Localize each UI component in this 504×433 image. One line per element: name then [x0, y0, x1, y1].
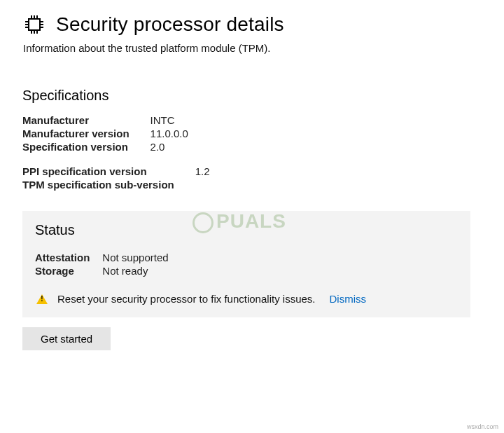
table-row: Attestation Not supported [35, 251, 169, 264]
status-table: Attestation Not supported Storage Not re… [35, 251, 169, 277]
spec-value [195, 178, 210, 191]
status-label: Attestation [35, 251, 102, 264]
page-title: Security processor details [56, 13, 284, 36]
spec-value: 2.0 [150, 140, 188, 153]
title-row: Security processor details [22, 13, 482, 36]
spec-label: PPI specification version [22, 165, 195, 178]
spec-label: Specification version [22, 140, 150, 153]
spec-label: Manufacturer [22, 114, 150, 127]
status-heading: Status [35, 222, 458, 238]
spec-value: 11.0.0.0 [150, 127, 188, 140]
spec-value: INTC [150, 114, 188, 127]
table-row: Storage Not ready [35, 264, 169, 277]
table-row: Manufacturer INTC [22, 114, 188, 127]
dismiss-link[interactable]: Dismiss [329, 293, 366, 305]
alert-text: Reset your security processor to fix fun… [57, 293, 315, 305]
alert-row: Reset your security processor to fix fun… [35, 293, 458, 305]
table-row: PPI specification version 1.2 [22, 165, 210, 178]
page-subtitle: Information about the trusted platform m… [23, 42, 482, 54]
spec-value: 1.2 [195, 165, 210, 178]
svg-rect-0 [29, 19, 40, 30]
specifications-table: Manufacturer INTC Manufacturer version 1… [22, 114, 188, 153]
status-value: Not supported [102, 251, 168, 264]
spec-label: TPM specification sub-version [22, 178, 195, 191]
spec-label: Manufacturer version [22, 127, 150, 140]
warning-icon [36, 294, 48, 304]
specifications-table-2: PPI specification version 1.2 TPM specif… [22, 165, 210, 191]
status-value: Not ready [102, 264, 168, 277]
table-row: TPM specification sub-version [22, 178, 210, 191]
chip-icon [22, 13, 46, 36]
table-row: Specification version 2.0 [22, 140, 188, 153]
table-row: Manufacturer version 11.0.0.0 [22, 127, 188, 140]
specifications-heading: Specifications [22, 88, 482, 104]
status-label: Storage [35, 264, 102, 277]
get-started-button[interactable]: Get started [22, 327, 111, 350]
status-panel: Status Attestation Not supported Storage… [22, 211, 470, 317]
